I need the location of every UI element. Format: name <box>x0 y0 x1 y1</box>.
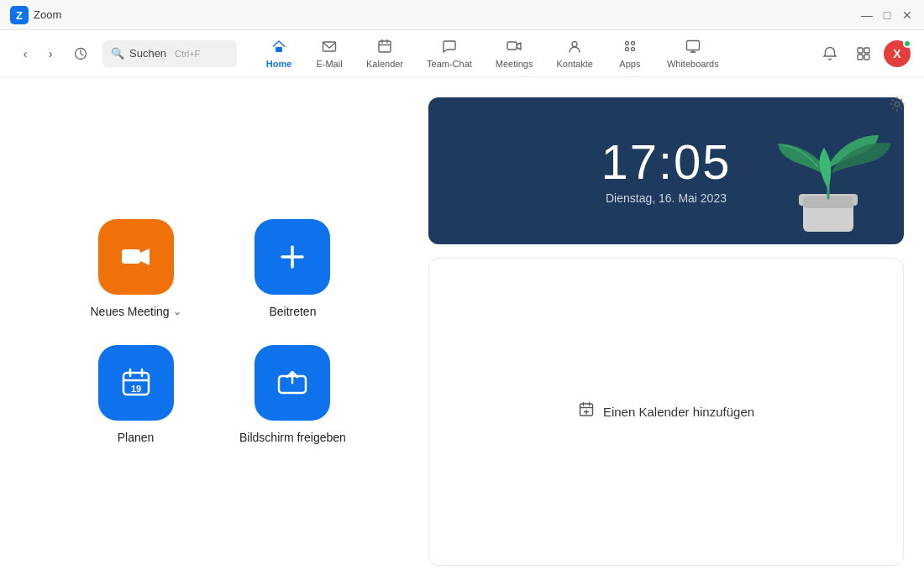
back-button[interactable]: ‹ <box>13 42 37 65</box>
tab-calendar[interactable]: Kalender <box>354 33 415 74</box>
apps-icon <box>622 38 638 57</box>
share-screen-button[interactable] <box>255 345 330 421</box>
title-bar-left: Z Zoom <box>10 6 61 24</box>
plan-item: 19 Planen <box>82 345 189 444</box>
new-meeting-chevron: ⌄ <box>173 306 181 317</box>
notifications-button[interactable] <box>816 40 843 67</box>
layout-button[interactable] <box>850 40 877 67</box>
avatar-button[interactable]: X <box>884 40 911 67</box>
tab-calendar-label: Kalender <box>366 59 403 69</box>
tab-meetings-label: Meetings <box>496 59 533 69</box>
add-calendar-text: Einen Kalender hinzufügen <box>603 405 754 419</box>
new-meeting-label: Neues Meeting ⌄ <box>90 305 181 318</box>
add-calendar-button[interactable]: Einen Kalender hinzufügen <box>578 401 754 422</box>
tab-email[interactable]: E-Mail <box>304 33 354 74</box>
svg-rect-9 <box>507 42 517 50</box>
home-icon <box>270 38 287 57</box>
forward-button[interactable]: › <box>39 42 62 65</box>
bell-icon <box>822 45 838 62</box>
whiteboards-icon <box>685 38 701 57</box>
svg-text:19: 19 <box>130 384 140 394</box>
nav-arrows: ‹ › <box>13 42 62 65</box>
avatar-status-dot <box>903 39 911 48</box>
calendar-add-icon <box>578 401 595 422</box>
join-item: Beitreten <box>239 219 346 318</box>
minimize-button[interactable]: — <box>860 8 874 22</box>
svg-text:Z: Z <box>16 9 23 22</box>
calendar-card: Einen Kalender hinzufügen <box>428 258 904 566</box>
tab-team-chat-label: Team-Chat <box>427 59 472 69</box>
tab-email-label: E-Mail <box>316 59 342 69</box>
search-box[interactable]: 🔍 Suchen Ctrl+F <box>102 40 237 67</box>
tab-meetings[interactable]: Meetings <box>484 33 545 74</box>
title-bar-controls: — □ ✕ <box>860 8 914 22</box>
email-icon <box>321 38 338 57</box>
search-text: Suchen <box>129 47 166 60</box>
calendar-action-icon: 19 <box>118 364 155 401</box>
new-meeting-text: Neues Meeting <box>90 305 169 318</box>
plant-svg <box>736 97 904 244</box>
plan-text: Planen <box>118 431 155 444</box>
maximize-button[interactable]: □ <box>880 8 894 22</box>
clock-date: Dienstag, 16. Mai 2023 <box>601 191 731 205</box>
zoom-title-text: Zoom <box>34 8 61 21</box>
history-icon <box>74 47 87 60</box>
svg-rect-3 <box>276 47 282 52</box>
nav-tabs: Home E-Mail Kalender Team-Chat <box>254 33 813 74</box>
join-label: Beitreten <box>269 305 316 318</box>
share-icon <box>274 364 311 401</box>
search-shortcut: Ctrl+F <box>175 49 200 59</box>
zoom-logo: Z Zoom <box>10 6 61 24</box>
close-button[interactable]: ✕ <box>900 8 914 22</box>
svg-rect-19 <box>864 48 869 53</box>
video-icon <box>118 238 155 275</box>
svg-rect-18 <box>858 48 863 53</box>
tab-home-label: Home <box>266 59 292 69</box>
tab-apps-label: Apps <box>619 59 640 69</box>
svg-rect-20 <box>858 55 863 60</box>
main-content: Neues Meeting ⌄ Beitreten <box>0 77 924 586</box>
plan-button[interactable]: 19 <box>98 345 174 421</box>
svg-rect-23 <box>122 249 140 264</box>
plan-label: Planen <box>118 431 155 444</box>
gear-icon <box>889 96 906 112</box>
clock-card: 17:05 Dienstag, 16. Mai 2023 <box>428 97 904 244</box>
contacts-icon <box>566 38 583 57</box>
tab-team-chat[interactable]: Team-Chat <box>415 33 484 74</box>
action-grid: Neues Meeting ⌄ Beitreten <box>82 219 346 444</box>
tab-whiteboards[interactable]: Whiteboards <box>655 33 731 74</box>
svg-point-10 <box>572 42 577 47</box>
calendar-nav-icon <box>376 38 393 57</box>
svg-rect-21 <box>864 55 869 60</box>
plus-icon <box>274 238 311 275</box>
svg-point-22 <box>895 102 900 107</box>
tab-contacts[interactable]: Kontakte <box>544 33 604 74</box>
layout-icon <box>855 45 872 62</box>
zoom-logo-icon: Z <box>10 6 29 24</box>
svg-point-13 <box>625 48 628 51</box>
svg-marker-24 <box>140 249 150 265</box>
avatar-initials: X <box>893 47 900 60</box>
left-panel: Neues Meeting ⌄ Beitreten <box>0 77 428 586</box>
tab-home[interactable]: Home <box>254 33 304 74</box>
svg-point-14 <box>631 48 634 51</box>
tab-whiteboards-label: Whiteboards <box>667 59 719 69</box>
new-meeting-button[interactable] <box>98 219 174 295</box>
title-bar: Z Zoom — □ ✕ <box>0 0 924 30</box>
tab-apps[interactable]: Apps <box>605 33 655 74</box>
join-button[interactable] <box>255 219 330 295</box>
settings-button[interactable] <box>884 91 911 118</box>
svg-point-11 <box>625 42 628 45</box>
nav-right: X <box>816 40 911 67</box>
new-meeting-item: Neues Meeting ⌄ <box>82 219 189 318</box>
meetings-icon <box>506 38 522 57</box>
search-icon: 🔍 <box>111 47 124 60</box>
clock-time: 17:05 <box>601 138 731 186</box>
history-button[interactable] <box>69 42 92 65</box>
tab-contacts-label: Kontakte <box>556 59 592 69</box>
svg-rect-15 <box>686 41 699 50</box>
join-text: Beitreten <box>269 305 316 318</box>
clock-decoration <box>736 97 904 244</box>
svg-point-12 <box>631 42 634 45</box>
nav-bar: ‹ › 🔍 Suchen Ctrl+F Home E-Mail <box>0 30 924 77</box>
